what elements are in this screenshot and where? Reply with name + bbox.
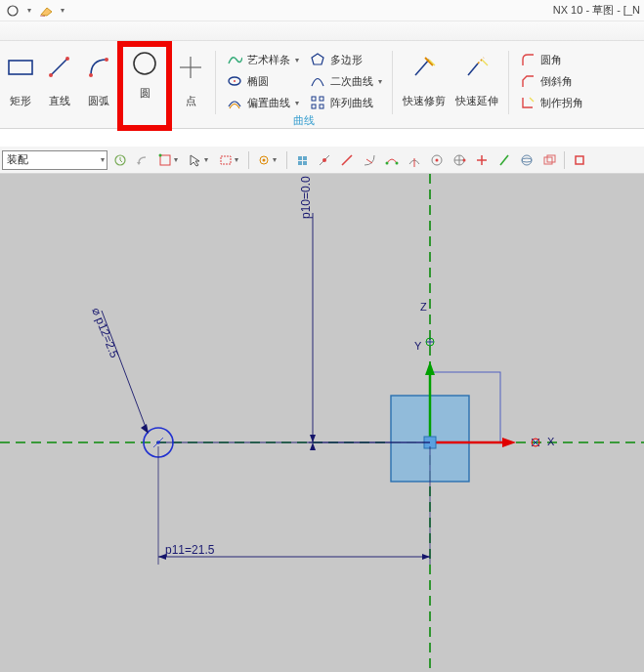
toolbar-separator (248, 151, 249, 169)
svg-line-34 (342, 155, 352, 165)
svg-rect-51 (547, 155, 555, 162)
triad-y-arrow (425, 361, 435, 375)
arc-tool[interactable]: 圆弧 (82, 45, 115, 128)
title-dropdown-arrow[interactable]: ▾ (27, 6, 31, 15)
svg-line-35 (366, 159, 372, 163)
fillet-tool[interactable]: 圆角 (517, 49, 585, 70)
quick-trim-tool[interactable]: 快速修剪 (401, 45, 448, 128)
tool-grid-icon[interactable] (292, 150, 312, 170)
svg-rect-15 (312, 97, 316, 101)
tool-plus-icon[interactable] (472, 150, 492, 170)
secondary-toolbar: 装配 ▾ ▾ ▾ ▾ ▾ (0, 147, 644, 174)
title-dropdown-arrow-2[interactable]: ▾ (61, 6, 64, 15)
pattern-curve-tool[interactable]: 阵列曲线 (307, 92, 384, 113)
art-spline-icon (226, 51, 243, 68)
svg-marker-14 (312, 54, 323, 64)
rectangle-icon (8, 55, 33, 80)
make-corner-tool[interactable]: 制作拐角 (517, 92, 585, 113)
axis-z-label: Z (420, 301, 427, 313)
eraser-icon[interactable] (37, 2, 55, 20)
rectangle-tool[interactable]: 矩形 (4, 45, 37, 128)
spline-tools-column: 艺术样条 ▾ 椭圆 偏置曲线 ▾ (224, 45, 301, 128)
svg-rect-16 (320, 97, 323, 101)
svg-point-36 (386, 161, 389, 164)
polygon-tool[interactable]: 多边形 (307, 49, 384, 70)
svg-point-7 (89, 73, 93, 77)
tool-corner-icon[interactable]: ▾ (155, 150, 183, 170)
tool-curve-tan-icon[interactable] (360, 150, 379, 170)
quick-extend-tool[interactable]: 快速延伸 (453, 45, 500, 128)
chamfer-icon (519, 72, 537, 90)
tool-red-square-icon[interactable] (570, 150, 589, 170)
toolbar-separator (564, 151, 565, 169)
tool-filter-icon[interactable]: ▾ (254, 150, 281, 170)
tool-rect-dashed-icon[interactable]: ▾ (216, 150, 243, 170)
offset-curve-tool[interactable]: 偏置曲线 ▾ (224, 92, 301, 113)
offset-curve-icon (226, 94, 243, 111)
tool-circle-center-icon[interactable] (427, 150, 447, 170)
tool-globe-icon[interactable] (517, 150, 537, 170)
svg-rect-17 (312, 105, 316, 108)
art-spline-tool[interactable]: 艺术样条 ▾ (224, 49, 301, 70)
tool-slash-icon[interactable] (494, 150, 514, 170)
polygon-tools-column: 多边形 二次曲线 ▾ 阵列曲线 (307, 45, 384, 128)
svg-rect-31 (303, 161, 307, 165)
svg-point-9 (134, 53, 155, 74)
conic-icon (309, 72, 326, 90)
tool-point-red-icon[interactable] (315, 150, 334, 170)
chamfer-tool[interactable]: 倒斜角 (517, 70, 585, 92)
svg-rect-30 (298, 161, 302, 165)
circle-icon (131, 51, 158, 76)
ribbon-tab-strip (0, 21, 644, 41)
svg-rect-18 (320, 105, 323, 108)
dropdown-icon: ▾ (378, 77, 382, 86)
title-icon-circle[interactable] (4, 2, 21, 20)
svg-point-33 (322, 158, 326, 162)
tool-undo-icon[interactable] (133, 150, 152, 170)
arc-icon (87, 55, 110, 80)
svg-line-2 (40, 16, 45, 17)
svg-point-13 (234, 80, 236, 82)
offset-curve-label: 偏置曲线 (247, 96, 290, 110)
sketch-svg (0, 174, 644, 672)
svg-marker-1 (41, 8, 52, 16)
make-corner-icon (519, 94, 537, 111)
polygon-label: 多边形 (330, 53, 363, 67)
line-label: 直线 (49, 94, 70, 108)
svg-marker-61 (141, 424, 149, 434)
polygon-icon (309, 51, 326, 68)
arc-label: 圆弧 (88, 94, 109, 108)
tool-arc3-icon[interactable] (405, 150, 424, 170)
svg-marker-58 (310, 442, 316, 450)
separator-3 (508, 51, 509, 114)
assembly-combo[interactable]: 装配 ▾ (2, 150, 107, 170)
tool-line-diag-icon[interactable] (337, 150, 357, 170)
svg-marker-57 (310, 435, 316, 442)
tool-persp-icon[interactable] (539, 150, 559, 170)
dim-p10-text[interactable]: p10=0.0 (299, 176, 313, 219)
line-tool[interactable]: 直线 (43, 45, 76, 128)
point-tool[interactable]: 点 (174, 45, 207, 128)
pattern-icon (309, 94, 326, 111)
toolbar-separator (286, 151, 287, 169)
svg-rect-50 (544, 157, 552, 164)
app-title: NX 10 - 草图 - [_N (553, 3, 640, 18)
svg-point-5 (49, 73, 53, 77)
ellipse-icon (226, 72, 243, 90)
tool-history-icon[interactable] (110, 150, 130, 170)
svg-line-19 (530, 98, 534, 102)
sketch-canvas[interactable]: p10=0.0 p11=21.5 ⌀ p12=2.5 Z Y X (0, 174, 644, 672)
tool-select-icon[interactable]: ▾ (186, 150, 213, 170)
quick-trim-icon (411, 55, 437, 80)
ellipse-tool[interactable]: 椭圆 (224, 70, 301, 92)
circle-tool[interactable]: 圆 (121, 45, 168, 127)
conic-tool[interactable]: 二次曲线 ▾ (307, 70, 384, 92)
svg-marker-63 (422, 554, 430, 560)
tool-circle-quad-icon[interactable] (450, 150, 469, 170)
svg-line-47 (500, 155, 508, 165)
dropdown-icon: ▾ (101, 155, 105, 164)
ribbon-group-label[interactable]: 曲线 (293, 113, 315, 128)
tool-spline-node-icon[interactable] (382, 150, 402, 170)
dim-p11-text[interactable]: p11=21.5 (165, 543, 214, 557)
dropdown-icon: ▾ (295, 56, 299, 64)
